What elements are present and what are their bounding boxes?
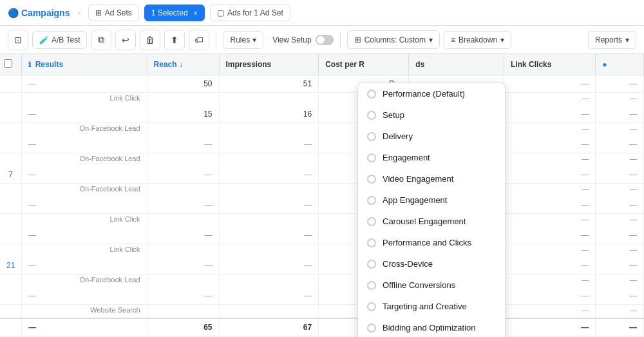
table-body: —5051P———Link Click—Ongoing———1516Per On…: [0, 75, 644, 338]
table-row[interactable]: ———P———: [0, 197, 644, 214]
table-row[interactable]: Website SearchOngoing——: [0, 305, 644, 319]
adsets-tab[interactable]: ⊞ Ad Sets: [88, 5, 139, 21]
dropdown-item[interactable]: Engagement: [358, 147, 505, 168]
dropdown-item[interactable]: Cross-Device: [358, 253, 505, 274]
table-cell: [219, 274, 319, 288]
dropdown-item[interactable]: App Engagement: [358, 189, 505, 211]
table-row[interactable]: On-Facebook LeadMay 16, 2021——: [0, 184, 644, 197]
table-row[interactable]: ———Per On-Fac——: [0, 287, 644, 305]
th-checkbox[interactable]: [0, 54, 22, 75]
delete-icon-btn[interactable]: 🗑: [140, 30, 160, 50]
table-cell: [0, 227, 22, 244]
table-row[interactable]: On-Facebook LeadOngoing——: [0, 123, 644, 137]
table-cell: —: [22, 136, 147, 153]
table-cell: [219, 123, 319, 137]
dropdown-item-label: Offline Conversions: [383, 280, 455, 290]
th-reach[interactable]: Reach ↓: [147, 54, 219, 75]
tag-icon-btn[interactable]: 🏷: [189, 30, 209, 50]
adsets-label: Ad Sets: [105, 8, 132, 17]
table-cell: [147, 274, 219, 288]
table-cell: —: [596, 123, 644, 137]
table-row[interactable]: 21———Per On-Fac——: [0, 257, 644, 274]
table-cell: —: [596, 287, 644, 305]
th-cost[interactable]: Cost per R: [319, 54, 409, 75]
columns-button[interactable]: ⊞ Columns: Custom ▾: [347, 30, 440, 49]
dropdown-item[interactable]: Bidding and Optimization: [358, 317, 505, 337]
th-extra[interactable]: ●: [596, 54, 644, 75]
table-cell: [0, 244, 22, 258]
table-cell: —: [596, 257, 644, 274]
table-cell: —: [596, 305, 644, 319]
th-link-clicks[interactable]: Link Clicks: [504, 54, 596, 75]
copy-icon-btn[interactable]: ⧉: [91, 30, 111, 50]
table-cell: Link Click: [22, 244, 147, 258]
total-row: —6567———: [0, 318, 644, 336]
ab-test-button[interactable]: 🧪 A/B Test: [32, 31, 87, 49]
expand-icon-btn[interactable]: ⊡: [8, 30, 28, 50]
table-header-row: ℹ Results Reach ↓ Impressions Cost per R…: [0, 54, 644, 75]
table-cell: [0, 75, 22, 93]
radio-icon: [367, 302, 376, 311]
selected-close-icon[interactable]: ×: [194, 9, 198, 17]
dropdown-item[interactable]: Setup: [358, 104, 505, 126]
table-cell: —: [504, 136, 596, 153]
dropdown-item[interactable]: Targeting and Creative: [358, 296, 505, 317]
th-impressions[interactable]: Impressions: [219, 54, 319, 75]
reports-button[interactable]: Reports ▾: [588, 31, 636, 49]
copy-icon: ⧉: [98, 34, 104, 45]
tag-icon: 🏷: [194, 35, 204, 45]
table-row[interactable]: 7——————: [0, 166, 644, 184]
table-cell: [0, 197, 22, 214]
view-setup-toggle[interactable]: [316, 35, 334, 45]
breakdown-button[interactable]: ≡ Breakdown ▾: [444, 31, 511, 49]
radio-icon: [367, 323, 376, 332]
undo-icon-btn[interactable]: ↩: [115, 30, 136, 50]
table-row[interactable]: On-Facebook LeadMar 28, 2021——: [0, 274, 644, 288]
share-icon-btn[interactable]: ⬆: [164, 30, 185, 50]
table-cell: —: [596, 153, 644, 167]
table-row[interactable]: Link ClickApr 30, 2021——: [0, 244, 644, 258]
radio-icon: [367, 238, 376, 247]
rules-button[interactable]: Rules ▾: [223, 31, 263, 49]
table-cell: —: [504, 197, 596, 214]
th-ds[interactable]: ds: [409, 54, 504, 75]
dropdown-item[interactable]: Offline Conversions: [358, 274, 505, 296]
radio-icon: [367, 175, 376, 184]
campaigns-label: Campaigns: [21, 8, 70, 18]
table-cell: —: [504, 227, 596, 244]
top-nav: 🔵 Campaigns › ⊞ Ad Sets 1 Selected × ▢ A…: [0, 0, 644, 26]
table-cell: 15: [147, 106, 219, 123]
selected-badge[interactable]: 1 Selected ×: [144, 5, 205, 21]
table-cell: —: [22, 287, 147, 305]
th-results[interactable]: ℹ Results: [22, 54, 147, 75]
dropdown-item-label: Setup: [383, 110, 404, 120]
dropdown-item[interactable]: Delivery: [358, 126, 505, 147]
dropdown-item-label: Engagement: [383, 153, 430, 162]
table-cell: [147, 153, 219, 167]
select-all-checkbox[interactable]: [4, 59, 12, 68]
table-cell: —: [219, 136, 319, 153]
table-cell: —: [504, 274, 596, 288]
table-row[interactable]: On-Facebook LeadMay 16, 2021——: [0, 153, 644, 167]
table-row[interactable]: Link ClickMay 16, 2021——: [0, 214, 644, 227]
table-cell: 21: [0, 257, 22, 274]
dropdown-item[interactable]: Performance and Clicks: [358, 232, 505, 253]
ads-tab[interactable]: ▢ Ads for 1 Ad Set: [210, 5, 290, 21]
dropdown-item-label: Performance (Default): [383, 89, 465, 99]
table-row[interactable]: Link Click—Ongoing——: [0, 93, 644, 106]
table-cell: —: [504, 106, 596, 123]
dropdown-item[interactable]: Performance (Default): [358, 83, 505, 104]
table-row[interactable]: ——————: [0, 227, 644, 244]
table-row[interactable]: —5051P———: [0, 75, 644, 93]
dropdown-item[interactable]: Video Engagement: [358, 168, 505, 189]
dropdown-item[interactable]: Carousel Engagement: [358, 211, 505, 232]
table-cell: 50: [147, 75, 219, 93]
radio-icon: [367, 111, 376, 120]
table-cell: —: [22, 257, 147, 274]
campaigns-title[interactable]: 🔵 Campaigns: [8, 8, 70, 18]
table-row[interactable]: —1516Per On-Fac——: [0, 106, 644, 123]
table-cell: —: [596, 75, 644, 93]
table-row[interactable]: ———Per On-Fac——: [0, 136, 644, 153]
table-cell: [147, 305, 219, 319]
table-cell: —: [219, 287, 319, 305]
